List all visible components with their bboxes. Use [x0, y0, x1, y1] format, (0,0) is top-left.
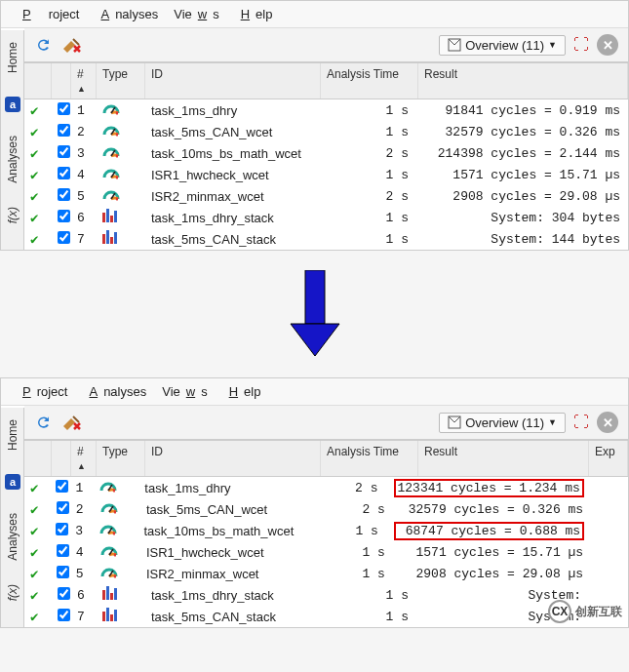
- sidebar-tab-fx[interactable]: f(x): [6, 207, 20, 223]
- row-time: 1 s: [321, 167, 418, 183]
- sort-asc-icon: ▲: [77, 461, 86, 471]
- overview-dropdown[interactable]: Overview (11) ▼: [439, 35, 566, 56]
- analysis-panel-before: Project Analyses Views Help Home a Analy…: [0, 0, 629, 251]
- table-row[interactable]: ✔6task_1ms_dhry_stack1 s System:: [24, 584, 628, 606]
- col-id[interactable]: ID: [145, 441, 321, 476]
- sidebar-tab-analyses[interactable]: Analyses: [6, 136, 20, 183]
- row-time: 1 s: [321, 231, 418, 248]
- row-exp: [589, 594, 628, 596]
- row-checkbox[interactable]: [57, 501, 69, 514]
- row-result: 1571 cycles = 15.71 µs: [418, 167, 628, 183]
- row-number: 3: [69, 523, 93, 539]
- sidebar-tab-home[interactable]: Home: [6, 42, 20, 73]
- table-row[interactable]: ✔5ISR2_minmax_wcet2 s 2908 cycles = 29.0…: [24, 185, 628, 207]
- row-type-icon: [95, 499, 140, 519]
- close-icon[interactable]: ✕: [597, 412, 618, 433]
- table-row[interactable]: ✔2task_5ms_CAN_wcet2 s 32579 cycles = 0.…: [24, 498, 628, 520]
- row-checkbox[interactable]: [58, 587, 70, 600]
- row-number: 2: [70, 501, 95, 518]
- row-checkbox[interactable]: [56, 523, 68, 535]
- success-check-icon: ✔: [30, 125, 38, 140]
- row-id: task_5ms_CAN_stack: [145, 231, 321, 248]
- success-check-icon: ✔: [30, 211, 38, 226]
- table-row[interactable]: ✔7task_5ms_CAN_stack1 s System:: [24, 606, 628, 627]
- menubar: Project Analyses Views Help: [1, 378, 628, 406]
- row-checkbox[interactable]: [58, 167, 70, 179]
- menu-project[interactable]: Project: [11, 382, 73, 401]
- col-result[interactable]: Result: [418, 63, 628, 99]
- table-row[interactable]: ✔5ISR2_minmax_wcet1 s 2908 cycles = 29.0…: [24, 563, 628, 584]
- col-number[interactable]: # ▲: [71, 441, 97, 476]
- row-id: task_5ms_CAN_wcet: [145, 124, 321, 140]
- delete-brush-icon[interactable]: [61, 413, 83, 432]
- table-row[interactable]: ✔2task_5ms_CAN_wcet1 s 32579 cycles = 0.…: [24, 121, 628, 142]
- row-checkbox[interactable]: [58, 210, 70, 222]
- col-result[interactable]: Result: [418, 441, 589, 476]
- close-icon[interactable]: ✕: [597, 34, 618, 56]
- transition-arrow: [0, 251, 629, 377]
- row-checkbox[interactable]: [57, 544, 69, 557]
- overview-icon: [448, 38, 461, 52]
- menu-views[interactable]: Views: [156, 382, 213, 401]
- col-analysis-time[interactable]: Analysis Time: [321, 63, 418, 99]
- refresh-icon[interactable]: [34, 35, 54, 55]
- svg-marker-9: [291, 324, 339, 356]
- delete-brush-icon[interactable]: [61, 35, 83, 55]
- sidebar-tab-fx[interactable]: f(x): [6, 584, 20, 601]
- table-row[interactable]: ✔6task_1ms_dhry_stack1 s System: 304 byt…: [24, 207, 628, 228]
- menu-help[interactable]: Help: [217, 382, 267, 401]
- menu-analyses[interactable]: Analyses: [77, 382, 152, 401]
- expand-icon[interactable]: ⛶: [573, 414, 589, 431]
- table-row[interactable]: ✔3task_10ms_bs_math_wcet2 s214398 cycles…: [24, 142, 628, 164]
- expand-icon[interactable]: ⛶: [573, 36, 589, 54]
- menu-views[interactable]: Views: [168, 5, 224, 23]
- col-exp[interactable]: Exp: [589, 441, 628, 476]
- overview-icon: [448, 415, 461, 429]
- row-exp: [592, 487, 628, 489]
- overview-dropdown[interactable]: Overview (11) ▼: [439, 413, 566, 433]
- table-row[interactable]: ✔3task_10ms_bs_math_wcet1 s 68747 cycles…: [24, 520, 628, 541]
- success-check-icon: ✔: [30, 189, 38, 205]
- table-row[interactable]: ✔1task_1ms_dhry1 s 91841 cycles = 0.919 …: [24, 99, 628, 121]
- refresh-icon[interactable]: [34, 413, 54, 432]
- col-number[interactable]: # ▲: [71, 63, 97, 99]
- watermark-text: 创新互联: [575, 604, 622, 620]
- table-row[interactable]: ✔1task_1ms_dhry2 s123341 cycles = 1.234 …: [24, 477, 628, 498]
- table-row[interactable]: ✔4ISR1_hwcheck_wcet1 s 1571 cycles = 15.…: [24, 541, 628, 563]
- row-number: 7: [71, 609, 97, 625]
- table-row[interactable]: ✔4ISR1_hwcheck_wcet1 s 1571 cycles = 15.…: [24, 164, 628, 185]
- col-status[interactable]: [24, 441, 52, 476]
- row-type-icon: [95, 542, 140, 562]
- col-check[interactable]: [52, 441, 71, 476]
- sidebar-tab-home[interactable]: Home: [6, 419, 20, 451]
- col-analysis-time[interactable]: Analysis Time: [321, 441, 418, 476]
- row-exp: [591, 551, 628, 553]
- col-status[interactable]: [24, 63, 52, 99]
- col-check[interactable]: [52, 63, 71, 99]
- row-result: 32579 cycles = 0.326 ms: [395, 501, 591, 518]
- table-row[interactable]: ✔7task_5ms_CAN_stack1 s System: 144 byte…: [24, 228, 628, 250]
- row-checkbox[interactable]: [58, 609, 70, 621]
- menu-project[interactable]: Project: [11, 5, 85, 23]
- row-number: 1: [69, 480, 94, 496]
- row-checkbox[interactable]: [58, 124, 70, 137]
- menu-help[interactable]: Help: [229, 5, 279, 23]
- row-result: 214398 cycles = 2.144 ms: [418, 145, 628, 162]
- row-checkbox[interactable]: [56, 480, 68, 493]
- row-time: 1 s: [321, 210, 418, 226]
- row-checkbox[interactable]: [58, 145, 70, 158]
- col-type[interactable]: Type: [97, 63, 145, 99]
- col-id[interactable]: ID: [145, 63, 321, 99]
- sidebar-tab-analyses[interactable]: Analyses: [6, 513, 20, 561]
- table-body-top: ✔1task_1ms_dhry1 s 91841 cycles = 0.919 …: [24, 99, 628, 250]
- row-checkbox[interactable]: [58, 102, 70, 115]
- col-type[interactable]: Type: [97, 441, 145, 476]
- success-check-icon: ✔: [30, 232, 38, 248]
- row-time: 1 s: [321, 609, 418, 625]
- row-checkbox[interactable]: [58, 188, 70, 201]
- menu-analyses[interactable]: Analyses: [89, 5, 164, 23]
- row-exp: [591, 573, 628, 574]
- row-checkbox[interactable]: [57, 566, 69, 578]
- svg-text:a: a: [9, 99, 16, 110]
- row-checkbox[interactable]: [58, 231, 70, 244]
